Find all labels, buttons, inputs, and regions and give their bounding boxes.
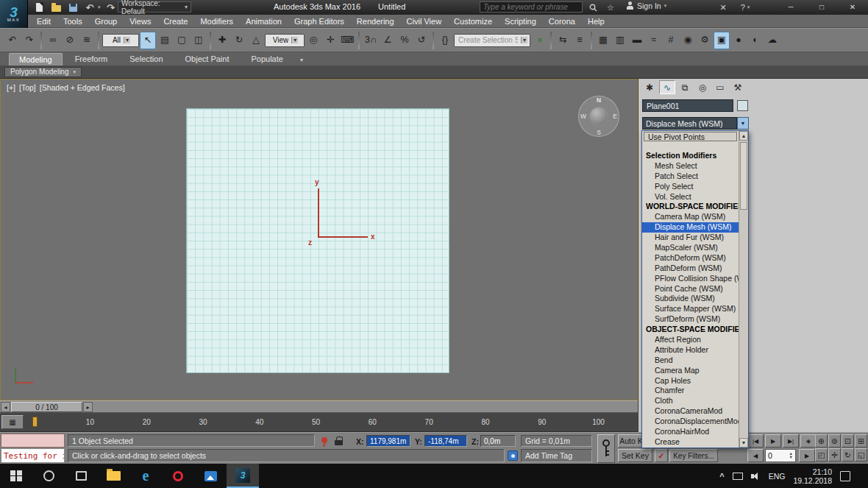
ribbon-tab[interactable]: Populate: [241, 53, 292, 66]
maxscript-listener-output[interactable]: [1, 434, 65, 448]
menu-item[interactable]: Corona: [549, 17, 575, 26]
display-icon[interactable]: [733, 473, 743, 480]
z-coordinate-field[interactable]: 0,0m: [480, 435, 516, 447]
window-crossing-icon[interactable]: ◫: [191, 32, 207, 49]
modifier-list-item[interactable]: Point Cache (WSM): [642, 284, 739, 294]
maximize-viewport-icon[interactable]: ◱: [855, 448, 867, 462]
clock[interactable]: 21:10 19.12.2018: [793, 467, 832, 485]
search-input[interactable]: [480, 1, 583, 13]
menu-item[interactable]: Help: [588, 17, 605, 26]
mirror-icon[interactable]: ⇆: [555, 32, 571, 49]
modifier-list-item[interactable]: CoronaHairMod: [642, 427, 739, 437]
modifier-list-item[interactable]: Hair and Fur (WSM): [642, 233, 739, 243]
go-to-end-icon[interactable]: ▶|: [783, 434, 799, 448]
modifier-list-item[interactable]: Poly Select: [642, 182, 739, 192]
task-view-button[interactable]: [65, 464, 97, 488]
minimize-button[interactable]: ─: [780, 0, 802, 14]
redo-icon[interactable]: ↷: [21, 32, 38, 49]
modifier-list-item[interactable]: Affect Region: [642, 335, 739, 345]
select-and-scale-icon[interactable]: △: [248, 32, 264, 49]
modifier-list-item[interactable]: Surface Mapper (WSM): [642, 304, 739, 314]
volume-icon[interactable]: [751, 472, 761, 481]
hierarchy-tab-icon[interactable]: ⧉: [677, 80, 693, 94]
current-frame-marker[interactable]: [32, 417, 38, 427]
photos-button[interactable]: [194, 464, 227, 488]
reference-coordinate-dropdown[interactable]: View: [265, 34, 305, 47]
modifier-list-item[interactable]: Use Pivot Points: [644, 132, 737, 141]
render-iterative-icon[interactable]: ◐: [747, 32, 764, 49]
open-file-icon[interactable]: [49, 1, 63, 13]
ribbon-tab[interactable]: Freeform: [65, 53, 118, 66]
modifier-list-item[interactable]: Chamfer: [642, 386, 739, 396]
previous-frame-arrow-icon[interactable]: [1, 402, 10, 412]
viewcube[interactable]: N S W E: [578, 96, 619, 137]
viewcube-core[interactable]: [589, 107, 608, 126]
next-frame-arrow-icon[interactable]: [83, 402, 93, 412]
set-keys-button[interactable]: [597, 434, 615, 463]
close-infocenter-icon[interactable]: ✕: [717, 1, 729, 13]
render-setup-icon[interactable]: ⚙: [697, 32, 713, 49]
use-pivot-center-icon[interactable]: ◎: [305, 32, 321, 49]
ribbon-minimize-icon[interactable]: ▾: [300, 57, 303, 66]
scroll-up-icon[interactable]: [739, 131, 748, 141]
curve-editor-icon[interactable]: ≈: [646, 32, 662, 49]
menu-item[interactable]: Edit: [37, 17, 51, 26]
time-slider-handle[interactable]: 0 / 100: [11, 402, 82, 412]
spinner-snap-icon[interactable]: ↺: [413, 32, 430, 49]
viewcube-north[interactable]: N: [597, 96, 601, 104]
utilities-tab-icon[interactable]: ⚒: [730, 80, 746, 94]
current-frame-field[interactable]: 0 ▲▼: [765, 449, 796, 462]
menu-item[interactable]: Create: [163, 17, 188, 26]
viewport-shading-menu[interactable]: [Shaded + Edged Faces]: [40, 83, 125, 92]
modifier-list-item[interactable]: Camera Map: [642, 366, 739, 376]
new-scene-icon[interactable]: [32, 1, 46, 13]
snaps-toggle-icon[interactable]: 3∩: [363, 32, 379, 49]
polygon-modeling-button[interactable]: Polygon Modeling: [4, 67, 82, 77]
menu-item[interactable]: Modifiers: [200, 17, 233, 26]
next-frame-icon[interactable]: ▶: [799, 449, 815, 462]
viewport-top[interactable]: [+] [Top] [Shaded + Edged Faces] y x z N…: [0, 79, 638, 400]
modifier-list-item[interactable]: Patch Select: [642, 171, 739, 182]
selection-region-icon[interactable]: ▢: [174, 32, 190, 49]
menu-item[interactable]: Customize: [454, 17, 492, 26]
scene-explorer-icon[interactable]: ▦: [595, 32, 611, 49]
ribbon-tab[interactable]: Modeling: [9, 53, 63, 66]
opera-button[interactable]: [162, 464, 194, 488]
orbit-icon[interactable]: ↻: [842, 448, 854, 462]
save-file-icon[interactable]: [66, 1, 79, 13]
viewcube-east[interactable]: E: [613, 113, 617, 120]
previous-frame-icon[interactable]: ◀: [747, 449, 764, 462]
help-icon[interactable]: ? ▾: [737, 1, 753, 13]
zoom-extents-all-icon[interactable]: ⊞: [855, 434, 867, 448]
modifier-list-item[interactable]: Bend: [642, 356, 739, 366]
bind-to-space-warp-icon[interactable]: ≋: [79, 32, 95, 49]
undo-scene-icon[interactable]: [83, 1, 96, 13]
render-production-icon[interactable]: ●: [730, 32, 747, 49]
workspace-dropdown[interactable]: Workspace: Default: [118, 1, 191, 13]
viewport-pov-menu[interactable]: [Top]: [19, 83, 36, 92]
modifier-list-item[interactable]: Vol. Select: [642, 192, 739, 202]
spinner-arrows-icon[interactable]: ▲▼: [789, 452, 793, 459]
keyboard-override-icon[interactable]: ⌨: [339, 32, 355, 49]
modifier-list-item[interactable]: Camera Map (WSM): [642, 212, 739, 222]
modifier-list-item[interactable]: CoronaDisplacementMod: [642, 417, 739, 427]
select-and-rotate-icon[interactable]: ↻: [231, 32, 247, 49]
motion-tab-icon[interactable]: ◎: [694, 80, 711, 94]
menu-item[interactable]: Civil View: [407, 17, 441, 26]
menu-item[interactable]: Group: [95, 17, 118, 26]
3ds-max-app-button[interactable]: 3 MAX: [0, 0, 28, 28]
modifier-list-item[interactable]: Crease: [642, 437, 739, 448]
select-and-manipulate-icon[interactable]: ✛: [322, 32, 338, 49]
play-icon[interactable]: ▶: [765, 434, 781, 448]
scroll-down-icon[interactable]: [739, 438, 748, 448]
layer-explorer-icon[interactable]: ▥: [612, 32, 628, 49]
start-button[interactable]: [0, 464, 32, 488]
zoom-all-icon[interactable]: ⊚: [828, 434, 841, 448]
modifier-list-item[interactable]: PFlow Collision Shape (WSM): [642, 274, 739, 284]
display-tab-icon[interactable]: ▭: [712, 80, 728, 94]
search-icon[interactable]: [586, 1, 600, 13]
sign-in-button[interactable]: Sign In: [625, 1, 666, 10]
key-mode-toggle-icon[interactable]: ◈: [800, 434, 817, 448]
modifier-list-item[interactable]: Attribute Holder: [642, 345, 739, 356]
ribbon-tab[interactable]: Object Paint: [176, 53, 239, 66]
